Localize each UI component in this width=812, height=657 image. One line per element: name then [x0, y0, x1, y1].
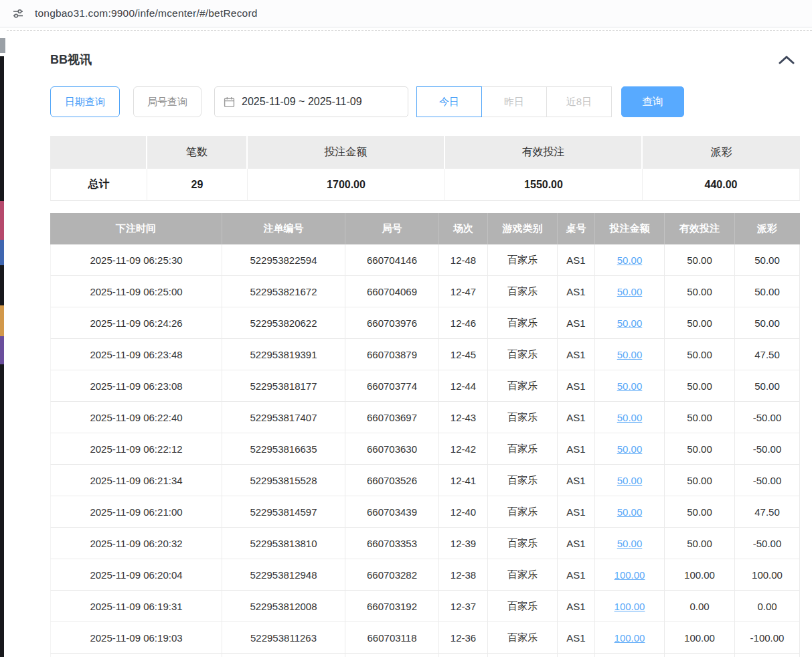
cell-payout: 50.00	[735, 370, 800, 402]
bet-amount-link[interactable]: 50.00	[617, 286, 643, 297]
cell-round-no: 660703526	[345, 465, 439, 496]
background-color-blob	[0, 336, 4, 364]
table-row: 2025-11-09 06:21:00 522953814597 6607034…	[50, 496, 800, 528]
bet-amount-link[interactable]: 50.00	[617, 443, 643, 455]
summary-header-payout: 派彩	[643, 136, 800, 169]
cell-bet-id: 522953822594	[222, 244, 345, 276]
cell-valid-bet: 100.00	[665, 622, 735, 654]
summary-header-row: 笔数 投注金额 有效投注 派彩	[50, 136, 800, 169]
cell-bet-id: 522953814597	[222, 496, 345, 528]
cell-session: 12-41	[439, 465, 488, 496]
cell-bet-time: 2025-11-09 06:19:31	[50, 591, 222, 622]
table-row: 2025-11-09 06:22:12 522953816635 6607036…	[50, 433, 800, 465]
cell-bet-amount: 50.00	[595, 496, 665, 528]
cell-bet-time: 2025-11-09 06:19:03	[50, 622, 222, 654]
header-round-no: 局号	[345, 213, 439, 244]
table-row: 2025-11-09 06:24:26 522953820622 6607039…	[50, 307, 800, 339]
cell-table-no: AS1	[558, 622, 595, 654]
bet-amount-link[interactable]: 50.00	[617, 506, 643, 518]
yesterday-button[interactable]: 昨日	[481, 86, 547, 117]
summary-total-count: 29	[147, 169, 248, 201]
cell-game-type: 百家乐	[488, 276, 558, 307]
cell-table-no: AS1	[558, 559, 595, 591]
cell-bet-amount: 50.00	[595, 276, 665, 307]
cell-payout: 50.00	[735, 244, 800, 276]
background-color-blob	[0, 240, 4, 265]
cell-game-type: 百家乐	[488, 496, 558, 528]
cell-game-type: 百家乐	[488, 370, 558, 402]
cell-bet-time: 2025-11-09 06:21:34	[50, 465, 222, 496]
cell-game-type: 百家乐	[488, 244, 558, 276]
cell-bet-id: 522953819391	[222, 339, 345, 370]
cell-bet-time: 2025-11-09 06:23:48	[50, 339, 222, 370]
url-text[interactable]: tongbao31.com:9900/infe/mcenter/#/betRec…	[35, 7, 258, 19]
summary-total-bet-amount: 1700.00	[248, 169, 445, 201]
cell-bet-time: 2025-11-09 06:24:26	[50, 307, 222, 339]
cell-bet-id: 522953817407	[222, 402, 345, 433]
cell-bet-id: 522953811263	[222, 622, 345, 654]
cell-session: 12-36	[439, 622, 488, 654]
cell-session: 12-43	[439, 402, 488, 433]
cell-valid-bet: 50.00	[665, 339, 735, 370]
cell-payout: -50.00	[735, 465, 800, 496]
header-bet-time: 下注时间	[50, 213, 222, 244]
today-button[interactable]: 今日	[416, 86, 482, 117]
cell-bet-amount: 50.00	[595, 528, 665, 559]
chevron-up-icon	[779, 55, 795, 64]
cell-bet-time: 2025-11-09 06:20:04	[50, 559, 222, 591]
collapse-section-button[interactable]	[777, 53, 797, 66]
cell-payout: 47.50	[735, 339, 800, 370]
cell-table-no: AS1	[558, 433, 595, 465]
bet-amount-link[interactable]: 100.00	[615, 569, 645, 581]
cell-bet-time: 2025-11-09 06:25:00	[50, 276, 222, 307]
bet-amount-link[interactable]: 50.00	[617, 475, 643, 486]
cell-table-no: AS1	[558, 465, 595, 496]
summary-header-bet-amount: 投注金额	[248, 136, 445, 169]
cell-round-no: 660703630	[345, 433, 439, 465]
bet-amount-link[interactable]: 50.00	[617, 254, 643, 266]
header-bet-id: 注单编号	[222, 213, 345, 244]
bet-amount-link[interactable]: 50.00	[617, 380, 643, 392]
cell-payout: 0.00	[735, 591, 800, 622]
bet-record-table: 下注时间 注单编号 局号 场次 游戏类别 桌号 投注金额 有效投注 派彩 202…	[50, 213, 800, 657]
cell-table-no: AS1	[558, 307, 595, 339]
cell-session: 12-47	[439, 276, 488, 307]
table-row: 2025-11-09 06:22:40 522953817407 6607036…	[50, 402, 800, 433]
cell-payout: -50.00	[735, 528, 800, 559]
site-settings-tune-icon[interactable]	[11, 7, 25, 20]
page-title: BB视讯	[50, 52, 92, 68]
cell-bet-id: 522953821672	[222, 276, 345, 307]
last-8-days-button[interactable]: 近8日	[546, 86, 612, 117]
summary-total-valid-bet: 1550.00	[445, 169, 643, 201]
calendar-icon	[224, 96, 235, 108]
round-query-button[interactable]: 局号查询	[133, 86, 201, 117]
cell-round-no	[345, 654, 439, 657]
bet-amount-link[interactable]: 100.00	[615, 601, 645, 612]
search-button[interactable]: 查询	[621, 86, 684, 117]
cell-round-no: 660703879	[345, 339, 439, 370]
top-dashed-divider	[7, 30, 812, 31]
cell-bet-time: 2025-11-09 06:20:32	[50, 528, 222, 559]
summary-total-label: 总计	[50, 169, 147, 201]
cell-bet-id	[222, 654, 345, 657]
date-query-button[interactable]: 日期查询	[50, 86, 120, 117]
table-row: 2025-11-09 06:23:48 522953819391 6607038…	[50, 339, 800, 370]
bet-amount-link[interactable]: 50.00	[617, 538, 643, 549]
cell-game-type: 百家乐	[488, 433, 558, 465]
cell-valid-bet: 50.00	[665, 276, 735, 307]
cell-game-type	[488, 654, 558, 657]
bet-amount-link[interactable]: 50.00	[617, 412, 643, 423]
bet-amount-link[interactable]: 50.00	[617, 317, 643, 329]
header-bet-amount: 投注金额	[595, 213, 665, 244]
bet-amount-link[interactable]: 100.00	[615, 632, 645, 644]
date-range-picker[interactable]: 2025-11-09 ~ 2025-11-09	[214, 86, 408, 117]
bet-amount-link[interactable]: 50.00	[617, 349, 643, 360]
cell-table-no: AS1	[558, 244, 595, 276]
table-row: 2025-11-09 06:19:03 522953811263 6607031…	[50, 622, 800, 654]
cell-valid-bet: 50.00	[665, 402, 735, 433]
header-session: 场次	[439, 213, 488, 244]
cell-table-no: AS1	[558, 528, 595, 559]
cell-valid-bet: 0.00	[665, 591, 735, 622]
cell-valid-bet: 50.00	[665, 370, 735, 402]
cell-game-type: 百家乐	[488, 307, 558, 339]
